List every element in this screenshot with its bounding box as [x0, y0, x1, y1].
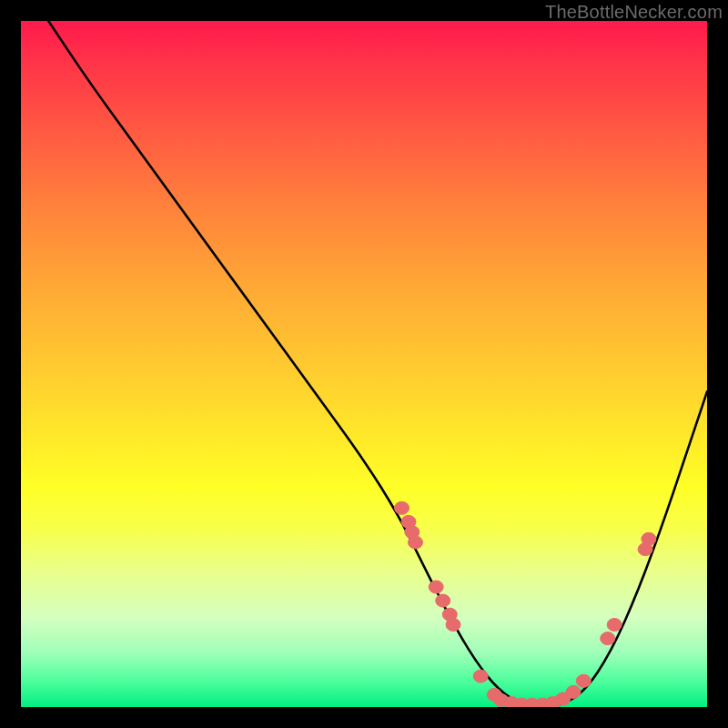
- watermark-text: TheBottleNecker.com: [545, 2, 723, 23]
- data-marker: [429, 581, 443, 593]
- chart-svg: [21, 21, 707, 707]
- data-marker: [607, 619, 622, 632]
- data-marker: [436, 594, 450, 607]
- data-marker: [576, 674, 591, 687]
- data-marker: [566, 685, 581, 698]
- data-markers: [395, 501, 656, 707]
- plot-area: [21, 21, 707, 707]
- data-marker: [409, 536, 423, 549]
- bottleneck-curve: [48, 21, 707, 707]
- data-marker: [473, 670, 488, 682]
- data-marker: [446, 619, 460, 632]
- data-marker: [395, 501, 410, 514]
- data-marker: [601, 632, 615, 645]
- chart-frame: [21, 21, 707, 707]
- data-marker: [642, 532, 656, 545]
